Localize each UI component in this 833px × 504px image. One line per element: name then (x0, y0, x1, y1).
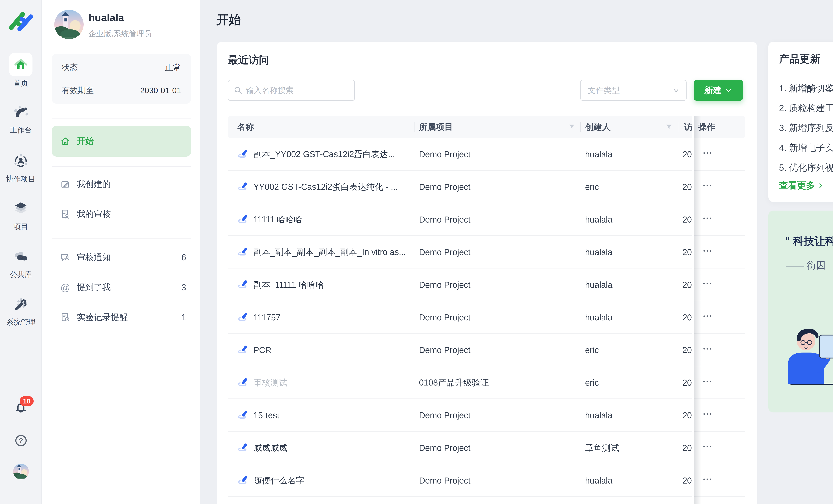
row-actions-button[interactable] (704, 218, 711, 219)
table-row[interactable]: 111757Demo Projecthualala20 (228, 301, 692, 334)
table-header: 名称 所属项目 创建人 访问时间 (228, 116, 692, 138)
rail-item-home[interactable] (9, 53, 32, 76)
file-type-placeholder: 文件类型 (588, 85, 620, 96)
user-avatar[interactable] (54, 10, 84, 39)
table-row[interactable]: PCRDemo Projecteric20 (228, 334, 692, 367)
rail-item-projects[interactable] (13, 201, 28, 216)
row-actions-button[interactable] (704, 283, 711, 284)
home-outline-icon (60, 136, 71, 147)
rail-item-projects-label[interactable]: 项目 (0, 222, 42, 231)
table-row[interactable]: 审核测试0108产品升级验证eric20 (228, 367, 692, 399)
row-actions-button[interactable] (704, 185, 711, 186)
experiment-file-icon (237, 149, 248, 160)
filter-icon[interactable] (568, 123, 575, 131)
status-card: 状态 正常 有效期至 2030-01-01 (52, 54, 191, 104)
filter-icon[interactable] (665, 123, 672, 131)
cell-project: Demo Project (419, 464, 572, 497)
table-row-actions (694, 367, 745, 399)
cell-time: 20 (683, 399, 692, 432)
rail-item-collab[interactable] (13, 153, 28, 169)
at-icon: @ (60, 282, 71, 293)
row-actions-button[interactable] (704, 479, 711, 480)
rail-item-collab-label[interactable]: 协作项目 (0, 174, 42, 184)
left-rail: 首页 工作台 协作项目 (0, 0, 42, 504)
cell-name[interactable]: 副本_副本_副本_副本_副本_In vitro as... (237, 236, 414, 269)
header-separator (678, 122, 679, 132)
row-actions-button[interactable] (704, 152, 711, 154)
menu-item-mentions[interactable]: @ 提到了我 3 (52, 275, 191, 300)
table-row[interactable]: 威威威威Demo Project章鱼测试20 (228, 432, 692, 464)
table-row[interactable]: YY002 GST-Cas12i2蛋白表达纯化 - ...Demo Projec… (228, 171, 692, 203)
cell-name[interactable]: 111757 (237, 301, 414, 334)
cell-name[interactable]: YY002 GST-Cas12i2蛋白表达纯化 - ... (237, 171, 414, 203)
rail-item-library[interactable]: E (13, 249, 28, 264)
table-row-actions (694, 269, 745, 301)
cell-project: Demo Project (419, 171, 572, 203)
table-row[interactable]: 随便什么名字Demo Projecthualala20 (228, 464, 692, 497)
rail-item-workbench-label[interactable]: 工作台 (0, 125, 42, 135)
cell-name[interactable]: 副本_YY002 GST-Cas12i2蛋白表达... (237, 138, 414, 171)
search-input[interactable] (246, 86, 346, 95)
cell-name[interactable]: 副本_11111 哈哈哈 (237, 269, 414, 301)
document-person-icon (60, 209, 71, 220)
row-actions-button[interactable] (704, 413, 711, 415)
notifications-count-badge: 10 (20, 396, 34, 406)
cell-name[interactable]: 审核测试 (237, 367, 414, 399)
file-type-select[interactable]: 文件类型 (580, 80, 687, 101)
cell-name[interactable]: 随便什么名字 (237, 464, 414, 497)
menu-item-record-reminders[interactable]: 实验记录提醒 1 (52, 305, 191, 330)
cell-time: 20 (683, 236, 692, 269)
column-header-actions: 操作 (698, 116, 715, 138)
menu-item-review-notifications[interactable]: 审核通知 6 (52, 245, 191, 270)
cell-time: 20 (683, 367, 692, 399)
cell-time: 20 (683, 464, 692, 497)
rail-item-home-label[interactable]: 首页 (0, 78, 42, 88)
row-actions-button[interactable] (704, 348, 711, 350)
cell-creator: eric (585, 171, 679, 203)
app-root: 首页 工作台 协作项目 (0, 0, 833, 504)
new-button[interactable]: 新建 (694, 80, 743, 101)
menu-item-created-by-me[interactable]: 我创建的 (52, 172, 191, 197)
menu-item-my-reviews[interactable]: 我的审核 (52, 202, 191, 226)
row-actions-button[interactable] (704, 316, 711, 317)
table-row-actions (694, 171, 745, 203)
see-more-link[interactable]: 查看更多 (779, 179, 824, 192)
cell-name[interactable]: 威威威威 (237, 432, 414, 464)
rail-item-library-label[interactable]: 公共库 (0, 270, 42, 279)
cell-project: Demo Project (419, 301, 572, 334)
table-row-partial (228, 497, 692, 504)
table-row-actions (694, 334, 745, 367)
cell-name[interactable]: 15-test (237, 399, 414, 432)
table-row[interactable]: 副本_YY002 GST-Cas12i2蛋白表达...Demo Projecth… (228, 138, 692, 171)
rail-item-admin-label[interactable]: 系统管理 (0, 317, 42, 327)
rail-item-admin[interactable] (13, 297, 28, 311)
table-row[interactable]: 副本_副本_副本_副本_副本_In vitro as...Demo Projec… (228, 236, 692, 269)
cell-name[interactable]: 11111 哈哈哈 (237, 203, 414, 236)
row-actions-button[interactable] (704, 446, 711, 447)
cell-name[interactable]: PCR (237, 334, 414, 367)
brand-logo[interactable] (9, 11, 33, 34)
table-row-actions (694, 399, 745, 432)
table-row-actions (694, 138, 745, 171)
experiment-file-icon (237, 475, 248, 486)
row-actions-button[interactable] (704, 250, 711, 252)
menu-item-start[interactable]: 开始 (52, 126, 191, 157)
rail-avatar[interactable] (13, 464, 29, 479)
cell-project: Demo Project (419, 334, 572, 367)
cell-creator: hualala (585, 464, 679, 497)
question-icon: ? (15, 434, 27, 447)
quote-author: —— 衍因 (786, 259, 826, 272)
cell-creator: 章鱼测试 (585, 432, 679, 464)
row-actions-button[interactable] (704, 381, 711, 382)
section-title: 最近访问 (228, 53, 269, 67)
update-item: 3. 新增序列反转功能 (779, 118, 833, 138)
document-clock-icon (60, 312, 71, 323)
cell-project: 0108产品升级验证 (419, 367, 572, 399)
rail-item-workbench[interactable] (13, 105, 28, 120)
table-row[interactable]: 11111 哈哈哈Demo Projecthualala20 (228, 203, 692, 236)
table-row[interactable]: 15-testDemo Projecthualala20 (228, 399, 692, 432)
help-button[interactable]: ? (15, 434, 27, 447)
product-updates-card: 产品更新 2024-02-04 更新 1. 新增酶切鉴定和电泳模拟2. 质粒构建… (768, 42, 833, 202)
table-row[interactable]: 副本_11111 哈哈哈Demo Projecthualala20 (228, 269, 692, 301)
expiry-label: 有效期至 (62, 85, 94, 96)
